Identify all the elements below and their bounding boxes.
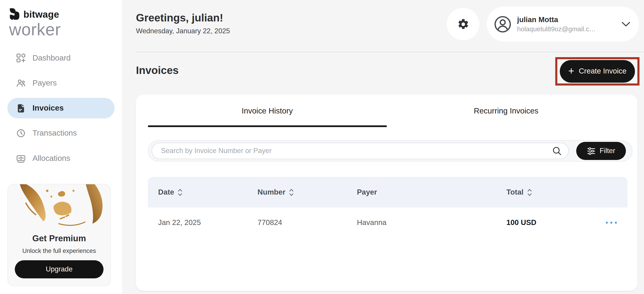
header-divider [136, 52, 644, 52]
invoices-table: Date Number [148, 177, 628, 237]
search-icon [552, 146, 562, 155]
cell-payer: Havanna [357, 218, 506, 227]
premium-subtitle: Unlock the full experiences [8, 247, 110, 254]
brand-name: bitwage [24, 9, 59, 20]
sort-icon[interactable] [289, 188, 294, 196]
gold-globe-image [8, 184, 111, 230]
chevron-down-icon [621, 21, 631, 27]
create-invoice-label: Create Invoice [579, 67, 626, 76]
search-box[interactable] [152, 143, 569, 159]
column-header-date[interactable]: Date [158, 188, 258, 197]
tab-label: Recurring Invoices [474, 106, 538, 115]
app-window: bitwage worker Dashboard [0, 0, 644, 294]
settings-button[interactable] [447, 8, 479, 40]
sidebar-item-label: Dashboard [32, 53, 70, 62]
tab-invoice-history[interactable]: Invoice History [148, 95, 387, 127]
tab-recurring-invoices[interactable]: Recurring Invoices [387, 95, 626, 127]
column-label: Number [258, 188, 286, 197]
column-header-payer[interactable]: Payer [357, 188, 506, 197]
tab-label: Invoice History [242, 106, 293, 115]
cell-date: Jan 22, 2025 [158, 218, 258, 227]
sidebar-item-payers[interactable]: Payers [7, 73, 114, 93]
sidebar-nav: Dashboard Payers [0, 48, 122, 169]
row-actions-menu-icon[interactable] [606, 221, 622, 223]
main-content: Greetings, julian! Wednesday, January 22… [122, 0, 644, 294]
sidebar-item-label: Allocations [32, 154, 70, 163]
user-email: holaquetul89oz@gmail.c… [517, 25, 596, 33]
table-header: Date Number [148, 177, 628, 207]
column-header-number[interactable]: Number [258, 188, 357, 197]
sidebar-item-dashboard[interactable]: Dashboard [7, 48, 114, 68]
sort-icon[interactable] [178, 188, 182, 196]
filter-sliders-icon [587, 147, 596, 155]
cell-number: 770824 [258, 218, 357, 227]
brand-product: worker [9, 21, 122, 39]
sidebar: bitwage worker Dashboard [0, 0, 122, 294]
user-menu[interactable]: julian Motta holaquetul89oz@gmail.c… [487, 7, 639, 41]
sidebar-item-allocations[interactable]: Allocations [7, 148, 114, 169]
payers-icon [16, 79, 26, 88]
search-filter-bar: Filter [148, 140, 632, 162]
user-name: julian Motta [517, 16, 596, 24]
column-label: Payer [357, 188, 377, 197]
sidebar-item-label: Payers [32, 79, 57, 88]
greeting-title: Greetings, julian! [136, 12, 223, 24]
gear-icon [457, 18, 469, 30]
transactions-clock-icon [16, 129, 26, 138]
filter-label: Filter [600, 147, 615, 155]
dashboard-icon [16, 53, 26, 62]
sort-icon[interactable] [527, 188, 532, 196]
create-invoice-button[interactable]: + Create Invoice [560, 60, 635, 83]
bitwage-logo-icon [9, 8, 20, 21]
avatar-icon [493, 15, 512, 34]
sidebar-item-invoices[interactable]: Invoices [7, 98, 114, 118]
brand-logo: bitwage worker [0, 0, 122, 39]
table-row[interactable]: Jan 22, 2025 770824 Havanna 100 USD [148, 207, 628, 237]
cell-total: 100 USD [506, 218, 606, 227]
create-invoice-highlight-box: + Create Invoice [555, 57, 639, 86]
greeting-date: Wednesday, January 22, 2025 [136, 27, 230, 35]
column-label: Total [506, 188, 524, 197]
page-title: Invoices [136, 64, 179, 77]
column-header-total[interactable]: Total [506, 188, 606, 197]
invoice-tabs: Invoice History Recurring Invoices [136, 95, 637, 127]
premium-card: Get Premium Unlock the full experiences … [7, 184, 111, 286]
premium-title: Get Premium [8, 233, 110, 243]
plus-icon: + [568, 66, 574, 76]
sidebar-item-label: Transactions [32, 129, 77, 138]
invoices-icon [16, 104, 26, 113]
column-label: Date [158, 188, 174, 197]
sidebar-item-transactions[interactable]: Transactions [7, 123, 114, 143]
allocations-banknote-icon [16, 154, 26, 163]
invoices-card: Invoice History Recurring Invoices [136, 95, 637, 291]
upgrade-button[interactable]: Upgrade [15, 260, 104, 278]
search-input[interactable] [161, 147, 552, 155]
filter-button[interactable]: Filter [576, 142, 626, 160]
sidebar-item-label: Invoices [32, 104, 64, 113]
